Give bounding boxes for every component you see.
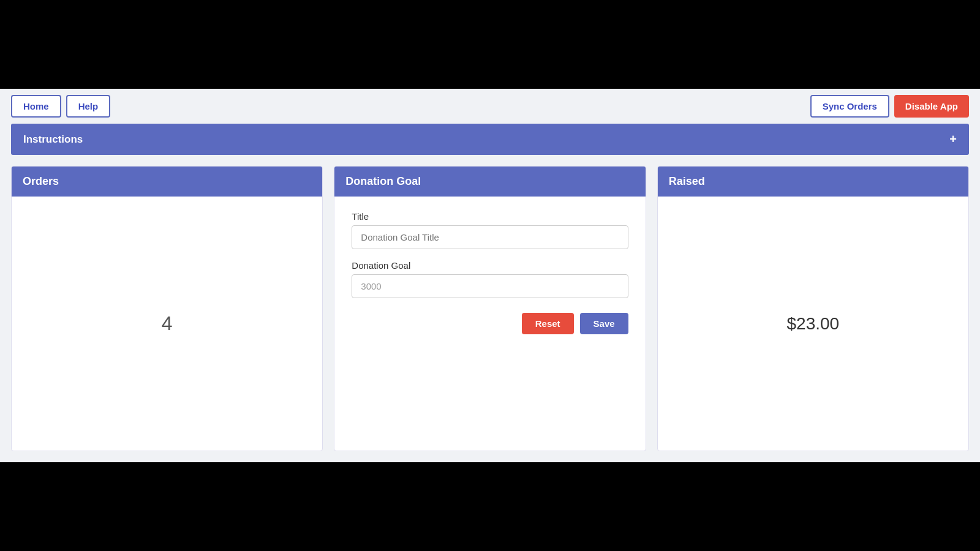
donation-goal-input[interactable] — [352, 274, 628, 298]
instructions-bar: Instructions + — [11, 124, 969, 155]
action-buttons: Reset Save — [352, 313, 628, 334]
nav-left: Home Help — [11, 95, 110, 118]
donation-header: Donation Goal — [334, 167, 645, 197]
instructions-label: Instructions — [23, 133, 83, 146]
save-button[interactable]: Save — [580, 313, 628, 334]
orders-count: 4 — [162, 312, 173, 335]
orders-header: Orders — [12, 167, 322, 197]
reset-button[interactable]: Reset — [522, 313, 574, 334]
raised-column: Raised $23.00 — [657, 166, 969, 451]
black-bottom-bar — [0, 462, 980, 551]
nav-right: Sync Orders Disable App — [810, 95, 969, 118]
sync-orders-button[interactable]: Sync Orders — [810, 95, 889, 118]
title-input[interactable] — [352, 225, 628, 249]
instructions-expand-icon[interactable]: + — [949, 132, 957, 146]
black-top-bar — [0, 0, 980, 89]
columns-area: Orders 4 Donation Goal Title Donation Go… — [0, 155, 980, 462]
raised-header: Raised — [658, 167, 968, 197]
raised-amount: $23.00 — [787, 314, 840, 334]
help-button[interactable]: Help — [66, 95, 111, 118]
nav-bar: Home Help Sync Orders Disable App — [0, 89, 980, 124]
orders-body: 4 — [12, 197, 322, 451]
donation-goal-label: Donation Goal — [352, 260, 410, 271]
orders-column: Orders 4 — [11, 166, 323, 451]
donation-column: Donation Goal Title Donation Goal Reset … — [334, 166, 646, 451]
donation-body: Title Donation Goal Reset Save — [334, 197, 645, 451]
title-label: Title — [352, 211, 369, 222]
home-button[interactable]: Home — [11, 95, 61, 118]
raised-body: $23.00 — [658, 197, 968, 451]
disable-app-button[interactable]: Disable App — [894, 95, 969, 118]
